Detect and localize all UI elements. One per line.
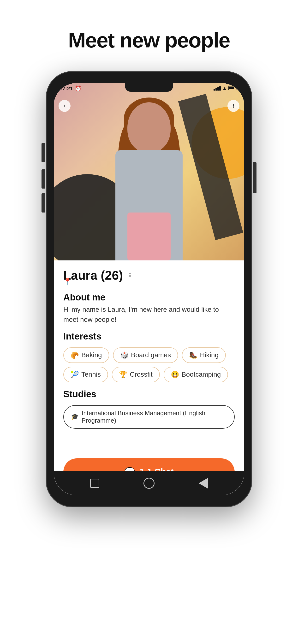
bootcamping-icon: 😆 bbox=[171, 371, 179, 378]
status-left: 17:21 ⏰ bbox=[60, 86, 81, 92]
tag-baking-label: Baking bbox=[81, 351, 102, 359]
tag-tennis-label: Tennis bbox=[81, 371, 101, 378]
phone-screen: 17:21 ⏰ ▲ bbox=[54, 83, 244, 495]
about-text: Hi my name is Laura, I'm new here and wo… bbox=[63, 304, 235, 325]
about-section: About me Hi my name is Laura, I'm new he… bbox=[63, 292, 235, 325]
status-bar: 17:21 ⏰ ▲ bbox=[54, 83, 244, 98]
hiking-icon: 🥾 bbox=[189, 351, 198, 359]
report-icon: ! bbox=[232, 103, 234, 109]
tag-board-games-label: Board games bbox=[131, 351, 171, 359]
nav-square-icon[interactable] bbox=[90, 479, 99, 488]
tennis-icon: 🎾 bbox=[71, 371, 79, 378]
person-figure bbox=[103, 98, 195, 260]
page-title: Meet new people bbox=[68, 29, 230, 52]
interests-tags: 🥐 Baking 🎲 Board games 🥾 Hiking bbox=[63, 348, 235, 382]
studies-title: Studies bbox=[63, 389, 235, 400]
studies-section: Studies 🎓 International Business Managem… bbox=[63, 389, 235, 428]
profile-content: Laura (26) ♀ 📍 About me Hi my name is La… bbox=[54, 260, 244, 454]
interests-title: Interests bbox=[63, 331, 235, 342]
person-shirt bbox=[127, 212, 171, 260]
alarm-icon: ⏰ bbox=[75, 86, 81, 92]
tag-hiking: 🥾 Hiking bbox=[182, 348, 226, 363]
nav-back-icon[interactable] bbox=[199, 478, 208, 488]
board-games-icon: 🎲 bbox=[120, 351, 129, 359]
report-button[interactable]: ! bbox=[227, 100, 239, 112]
graduation-icon: 🎓 bbox=[71, 413, 79, 420]
tag-hiking-label: Hiking bbox=[200, 351, 219, 359]
tag-board-games: 🎲 Board games bbox=[113, 348, 178, 363]
phone-frame: 17:21 ⏰ ▲ bbox=[46, 71, 252, 507]
signal-icon bbox=[214, 86, 221, 90]
back-icon: ‹ bbox=[64, 102, 66, 109]
tag-crossfit-label: Crossfit bbox=[130, 371, 153, 378]
person-head bbox=[127, 102, 171, 152]
crossfit-icon: 🏆 bbox=[119, 371, 127, 378]
baking-icon: 🥐 bbox=[71, 351, 79, 359]
studies-tag-ibm: 🎓 International Business Management (Eng… bbox=[63, 405, 235, 428]
tag-crossfit: 🏆 Crossfit bbox=[112, 367, 160, 382]
profile-name: Laura (26) bbox=[63, 268, 123, 282]
nav-home-icon[interactable] bbox=[143, 478, 155, 489]
notch bbox=[125, 83, 173, 92]
interests-section: Interests 🥐 Baking 🎲 Board games 🥾 bbox=[63, 331, 235, 382]
studies-label: International Business Management (Engli… bbox=[82, 410, 227, 424]
location-pin-icon: 📍 bbox=[63, 278, 72, 286]
battery-icon bbox=[228, 86, 238, 90]
tag-baking: 🥐 Baking bbox=[63, 348, 109, 363]
person-body bbox=[115, 150, 183, 260]
back-button[interactable]: ‹ bbox=[59, 100, 71, 112]
tag-bootcamping-label: Bootcamping bbox=[182, 371, 221, 378]
status-time: 17:21 bbox=[60, 86, 73, 92]
wifi-icon: ▲ bbox=[222, 86, 227, 91]
bottom-nav bbox=[54, 471, 244, 495]
tag-bootcamping: 😆 Bootcamping bbox=[164, 367, 228, 382]
tag-tennis: 🎾 Tennis bbox=[63, 367, 108, 382]
about-title: About me bbox=[63, 292, 235, 302]
gender-icon: ♀ bbox=[127, 270, 133, 280]
status-right: ▲ bbox=[214, 86, 238, 91]
profile-photo: ‹ ! bbox=[54, 83, 244, 260]
